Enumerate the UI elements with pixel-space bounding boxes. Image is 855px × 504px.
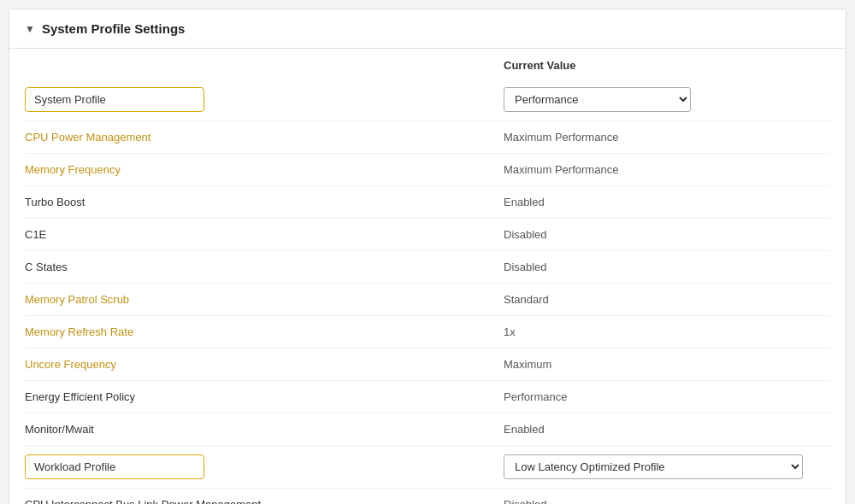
cpu-power-management-value: Maximum Performance xyxy=(504,131,830,144)
turbo-boost-value: Enabled xyxy=(504,196,830,208)
cpu-power-management-label: CPU Power Management xyxy=(25,131,504,144)
memory-patrol-scrub-value: Standard xyxy=(504,293,830,306)
table-row: System Profile Performance Custom Maximu… xyxy=(25,79,830,121)
c1e-value: Disabled xyxy=(504,228,830,241)
turbo-boost-label: Turbo Boost xyxy=(25,196,504,208)
monitor-mwait-value: Enabled xyxy=(504,423,830,436)
chevron-down-icon: ▼ xyxy=(25,23,35,35)
panel-header[interactable]: ▼ System Profile Settings xyxy=(9,9,846,49)
table-row: Memory Refresh Rate 1x xyxy=(25,316,830,349)
col-value-header: Current Value xyxy=(504,59,830,72)
panel-body: Current Value System Profile Performance… xyxy=(9,49,846,504)
energy-efficient-policy-label: Energy Efficient Policy xyxy=(25,390,504,403)
uncore-frequency-value: Maximum xyxy=(504,358,830,371)
workload-profile-value: Low Latency Optimized Profile Not Config… xyxy=(504,454,830,479)
system-profile-label: System Profile xyxy=(25,87,204,112)
system-profile-label-wrapper: System Profile xyxy=(25,87,504,112)
table-row: C1E Disabled xyxy=(25,219,830,251)
col-label-header xyxy=(25,59,504,72)
workload-profile-select[interactable]: Low Latency Optimized Profile Not Config… xyxy=(504,454,803,479)
table-row: Memory Patrol Scrub Standard xyxy=(25,284,830,316)
table-row: CPU Interconnect Bus Link Power Manageme… xyxy=(25,489,830,504)
table-row: Workload Profile Low Latency Optimized P… xyxy=(25,446,830,489)
monitor-mwait-label: Monitor/Mwait xyxy=(25,423,504,436)
table-row: Memory Frequency Maximum Performance xyxy=(25,154,830,186)
memory-patrol-scrub-label: Memory Patrol Scrub xyxy=(25,293,504,306)
table-row: C States Disabled xyxy=(25,251,830,284)
cpu-interconnect-value: Disabled xyxy=(504,498,830,504)
memory-frequency-label: Memory Frequency xyxy=(25,163,504,176)
workload-profile-label-wrapper: Workload Profile xyxy=(25,454,504,479)
memory-frequency-value: Maximum Performance xyxy=(504,163,830,176)
column-headers: Current Value xyxy=(25,49,830,79)
energy-efficient-policy-value: Performance xyxy=(504,390,830,403)
table-row: Energy Efficient Policy Performance xyxy=(25,381,830,413)
workload-profile-label: Workload Profile xyxy=(25,454,204,479)
system-profile-value: Performance Custom Maximum Performance D… xyxy=(504,87,830,112)
uncore-frequency-label: Uncore Frequency xyxy=(25,358,504,371)
memory-refresh-rate-value: 1x xyxy=(504,325,830,338)
table-row: Turbo Boost Enabled xyxy=(25,186,830,219)
c-states-label: C States xyxy=(25,261,504,273)
c-states-value: Disabled xyxy=(504,261,830,273)
table-row: Uncore Frequency Maximum xyxy=(25,349,830,381)
table-row: CPU Power Management Maximum Performance xyxy=(25,121,830,154)
memory-refresh-rate-label: Memory Refresh Rate xyxy=(25,325,504,338)
panel-title: System Profile Settings xyxy=(42,21,186,36)
system-profile-settings-panel: ▼ System Profile Settings Current Value … xyxy=(9,9,846,504)
c1e-label: C1E xyxy=(25,228,504,241)
cpu-interconnect-label: CPU Interconnect Bus Link Power Manageme… xyxy=(25,498,504,504)
system-profile-select[interactable]: Performance Custom Maximum Performance D… xyxy=(504,87,691,112)
table-row: Monitor/Mwait Enabled xyxy=(25,413,830,446)
